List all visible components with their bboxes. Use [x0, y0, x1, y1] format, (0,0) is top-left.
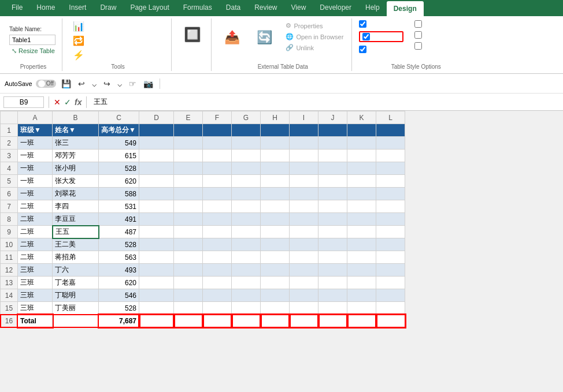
table-name-input[interactable] — [9, 35, 55, 45]
cell[interactable] — [203, 137, 232, 150]
tab-developer[interactable]: Developer — [313, 0, 358, 16]
cell[interactable] — [261, 124, 290, 137]
tab-help[interactable]: Help — [358, 0, 387, 16]
cell[interactable] — [290, 238, 318, 251]
banded-rows-checkbox[interactable] — [359, 46, 366, 53]
cell[interactable] — [318, 264, 347, 277]
cell[interactable] — [290, 200, 318, 213]
cell[interactable] — [290, 175, 318, 188]
row-number[interactable]: 11 — [1, 251, 18, 264]
col-header-c[interactable]: C — [99, 111, 139, 124]
insert-function-icon[interactable]: fx — [75, 98, 82, 107]
confirm-formula-icon[interactable]: ✓ — [64, 98, 71, 107]
tab-draw[interactable]: Draw — [93, 0, 123, 16]
cell[interactable] — [203, 238, 232, 251]
cell[interactable] — [290, 264, 318, 277]
cell[interactable] — [318, 251, 347, 264]
cell[interactable] — [203, 175, 232, 188]
cell[interactable] — [139, 264, 174, 277]
cell[interactable]: 二班 — [18, 213, 53, 226]
cell[interactable] — [174, 277, 203, 289]
cell[interactable] — [203, 251, 232, 264]
cell[interactable] — [347, 251, 376, 264]
cell[interactable] — [53, 315, 99, 327]
cell[interactable] — [290, 226, 318, 238]
cell[interactable] — [232, 277, 261, 289]
cell[interactable]: 615 — [99, 150, 139, 162]
tab-formulas[interactable]: Formulas — [176, 0, 219, 16]
tab-page-layout[interactable]: Page Layout — [123, 0, 176, 16]
cell[interactable] — [174, 264, 203, 277]
cell[interactable] — [232, 200, 261, 213]
first-col-checkbox[interactable] — [414, 20, 422, 28]
cell[interactable]: 张大发 — [53, 175, 99, 188]
cell[interactable]: 7,687 — [99, 315, 139, 327]
convert-to-range-button[interactable]: ⚡ Convert to Range — [69, 48, 166, 62]
cell[interactable]: Total — [18, 315, 53, 327]
sheet-container[interactable]: A B C D E F G H I J K L 1班级▼姓名▼高考总分▼2一班张… — [0, 111, 563, 392]
row-number[interactable]: 9 — [1, 226, 18, 238]
col-header-i[interactable]: I — [290, 111, 318, 124]
cell[interactable] — [347, 226, 376, 238]
row-number[interactable]: 8 — [1, 213, 18, 226]
cell[interactable] — [347, 188, 376, 200]
tab-home[interactable]: Home — [29, 0, 62, 16]
cell[interactable] — [261, 162, 290, 175]
cell[interactable]: 528 — [99, 162, 139, 175]
cell[interactable] — [318, 289, 347, 302]
cell[interactable] — [347, 213, 376, 226]
cell[interactable]: 546 — [99, 289, 139, 302]
cell[interactable]: 张三 — [53, 137, 99, 150]
cell[interactable] — [139, 124, 174, 137]
cell[interactable] — [232, 315, 261, 327]
cell[interactable] — [232, 124, 261, 137]
cell[interactable] — [318, 124, 347, 137]
row-number[interactable]: 3 — [1, 150, 18, 162]
autosave-toggle[interactable]: Off — [36, 80, 56, 88]
cell[interactable] — [232, 251, 261, 264]
cell[interactable]: 李豆豆 — [53, 213, 99, 226]
cell[interactable]: 姓名▼ — [53, 124, 99, 137]
cell[interactable]: 528 — [99, 302, 139, 315]
cell[interactable] — [232, 175, 261, 188]
total-row-checkbox[interactable] — [362, 33, 370, 40]
row-number[interactable]: 15 — [1, 302, 18, 315]
cell[interactable]: 620 — [99, 277, 139, 289]
cell[interactable] — [261, 226, 290, 238]
summarize-pivot-button[interactable]: 📊 Summarize with PivotTable — [69, 20, 166, 33]
cell[interactable] — [347, 315, 376, 327]
redo-icon[interactable]: ↪ — [102, 78, 112, 89]
cell[interactable] — [203, 188, 232, 200]
cell[interactable]: 一班 — [18, 150, 53, 162]
banded-cols-checkbox[interactable] — [414, 42, 422, 50]
row-number[interactable]: 7 — [1, 200, 18, 213]
cell[interactable] — [232, 213, 261, 226]
cell[interactable] — [174, 251, 203, 264]
cell[interactable]: 三班 — [18, 302, 53, 315]
cell[interactable] — [376, 213, 405, 226]
cell[interactable]: 二班 — [18, 200, 53, 213]
cell[interactable] — [318, 277, 347, 289]
cell[interactable] — [290, 188, 318, 200]
cell[interactable]: 李四 — [53, 200, 99, 213]
cell[interactable] — [261, 200, 290, 213]
cell[interactable] — [376, 188, 405, 200]
cell[interactable]: 张小明 — [53, 162, 99, 175]
cell[interactable] — [139, 200, 174, 213]
cell[interactable]: 588 — [99, 188, 139, 200]
cell[interactable] — [174, 289, 203, 302]
cell[interactable] — [174, 150, 203, 162]
cell[interactable] — [318, 150, 347, 162]
cell[interactable]: 丁六 — [53, 264, 99, 277]
cell[interactable]: 王五 — [53, 226, 99, 238]
cell[interactable] — [232, 302, 261, 315]
export-button[interactable]: 📤 Export — [218, 28, 246, 54]
cell[interactable] — [232, 226, 261, 238]
cell[interactable] — [203, 302, 232, 315]
cell[interactable] — [174, 302, 203, 315]
cell[interactable] — [203, 162, 232, 175]
cell[interactable] — [203, 213, 232, 226]
row-number[interactable]: 10 — [1, 238, 18, 251]
save-icon[interactable]: 💾 — [60, 78, 73, 89]
cell[interactable] — [290, 150, 318, 162]
